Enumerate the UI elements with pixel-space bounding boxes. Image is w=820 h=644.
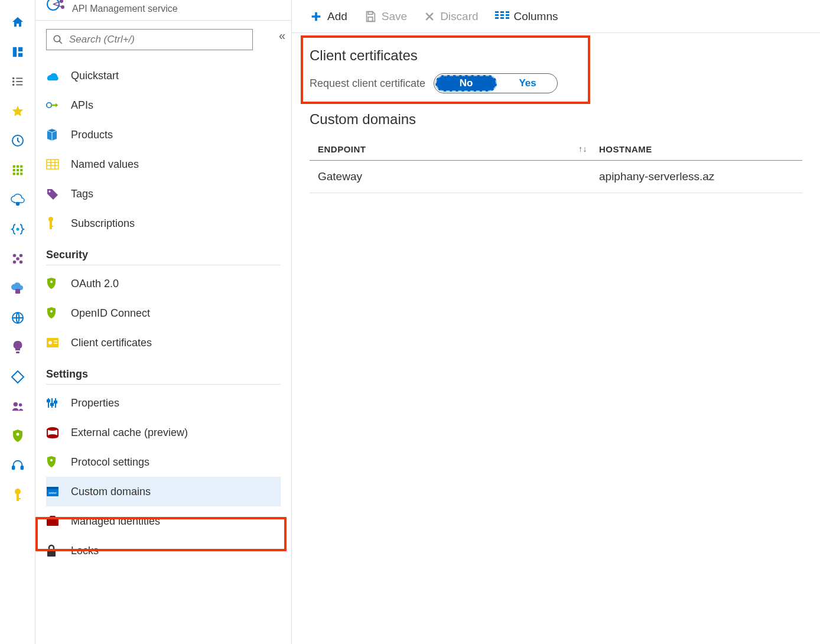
svg-point-23 xyxy=(12,261,16,264)
nav-subscriptions[interactable]: Subscriptions xyxy=(46,209,281,238)
nav-named-values[interactable]: Named values xyxy=(46,149,281,179)
nav-products[interactable]: Products xyxy=(46,120,281,149)
lock-icon xyxy=(46,544,71,557)
nav-openid[interactable]: OpenID Connect xyxy=(46,298,281,328)
clock-icon[interactable] xyxy=(9,132,26,149)
save-button[interactable]: Save xyxy=(364,10,407,23)
lightbulb-icon[interactable] xyxy=(9,339,26,356)
nav-item-label: APIs xyxy=(71,99,93,112)
svg-point-34 xyxy=(15,489,21,495)
svg-rect-71 xyxy=(506,11,509,13)
svg-rect-64 xyxy=(368,17,372,21)
diamond-icon[interactable] xyxy=(9,369,26,385)
cell-hostname: apiphany-serverless.az xyxy=(593,170,802,183)
shield-green-icon[interactable] xyxy=(9,428,26,444)
headset-icon[interactable] xyxy=(9,457,26,474)
svg-rect-2 xyxy=(18,53,22,57)
nav-locks[interactable]: Locks xyxy=(46,536,281,565)
svg-rect-63 xyxy=(368,11,372,14)
svg-point-56 xyxy=(50,459,53,461)
nav-panel: API Management service « Quickstart APIs… xyxy=(35,0,292,644)
globe-icon[interactable] xyxy=(9,310,26,326)
search-input[interactable] xyxy=(69,34,246,45)
svg-rect-26 xyxy=(15,289,20,294)
nav-apis[interactable]: APIs xyxy=(46,90,281,120)
svg-rect-70 xyxy=(500,17,504,19)
list-icon[interactable] xyxy=(9,73,26,90)
svg-rect-11 xyxy=(16,165,18,168)
svg-rect-18 xyxy=(20,173,22,175)
nav-quickstart[interactable]: Quickstart xyxy=(46,61,281,90)
toggle-yes[interactable]: Yes xyxy=(498,74,557,93)
upload-cloud-icon[interactable] xyxy=(9,280,26,297)
cloud-icon[interactable] xyxy=(9,191,26,208)
svg-rect-52 xyxy=(51,404,53,405)
nav-item-label: Named values xyxy=(71,158,139,171)
col-hostname[interactable]: HOSTNAME xyxy=(593,144,802,154)
svg-rect-67 xyxy=(495,17,499,19)
nav-tags[interactable]: Tags xyxy=(46,179,281,209)
svg-rect-12 xyxy=(20,165,22,168)
nav-client-certs[interactable]: Client certificates xyxy=(46,328,281,357)
shield-icon xyxy=(46,277,71,290)
svg-rect-10 xyxy=(12,165,15,168)
nav-oauth[interactable]: OAuth 2.0 xyxy=(46,269,281,298)
svg-rect-32 xyxy=(12,466,14,470)
apim-logo-icon xyxy=(46,0,67,15)
sliders-icon xyxy=(46,397,71,409)
columns-button[interactable]: Columns xyxy=(495,10,558,23)
plus-icon xyxy=(310,10,323,23)
add-button[interactable]: Add xyxy=(310,10,347,23)
domain-icon: www xyxy=(46,486,71,497)
svg-rect-6 xyxy=(16,81,22,82)
nav-protocol-settings[interactable]: Protocol settings xyxy=(46,447,281,477)
grid-icon[interactable] xyxy=(9,162,26,178)
home-icon[interactable] xyxy=(9,14,26,31)
shield-icon xyxy=(46,307,71,320)
nav-properties[interactable]: Properties xyxy=(46,388,281,418)
key-icon[interactable] xyxy=(9,487,26,503)
x-icon xyxy=(424,11,435,22)
nav-search[interactable] xyxy=(46,29,253,50)
nav-item-label: Subscriptions xyxy=(71,217,135,230)
svg-point-20 xyxy=(16,228,19,231)
certificate-icon xyxy=(46,337,71,348)
svg-rect-42 xyxy=(47,160,58,169)
star-icon[interactable] xyxy=(9,103,26,119)
people-icon[interactable] xyxy=(9,398,26,415)
service-header: API Management service xyxy=(35,0,291,21)
sort-icon[interactable]: ↑↓ xyxy=(578,144,587,154)
toolbar-label: Discard xyxy=(440,10,478,23)
key-yellow-icon xyxy=(46,216,71,230)
svg-point-7 xyxy=(12,84,14,86)
nav-item-label: Quickstart xyxy=(71,70,119,82)
svg-point-41 xyxy=(47,103,51,108)
discard-button[interactable]: Discard xyxy=(424,10,478,23)
cluster-icon[interactable] xyxy=(9,251,26,267)
col-endpoint[interactable]: ENDPOINT ↑↓ xyxy=(310,144,593,154)
table-row[interactable]: Gateway apiphany-serverless.az xyxy=(310,161,802,193)
toolbar: Add Save Discard Columns xyxy=(292,0,820,33)
save-icon xyxy=(364,10,377,23)
svg-point-55 xyxy=(47,434,58,438)
toggle-no[interactable]: No xyxy=(435,75,497,92)
nav-managed-identities[interactable]: Managed identities xyxy=(46,506,281,536)
svg-rect-16 xyxy=(12,173,15,175)
collapse-nav-icon[interactable]: « xyxy=(279,29,285,43)
nav-item-label: Tags xyxy=(71,188,93,200)
nav-external-cache[interactable]: External cache (preview) xyxy=(46,418,281,447)
request-cert-toggle[interactable]: No Yes xyxy=(434,73,558,93)
nav-item-label: Products xyxy=(71,129,113,141)
dashboard-icon[interactable] xyxy=(9,44,26,60)
columns-icon xyxy=(495,11,509,22)
svg-rect-36 xyxy=(17,498,21,499)
svg-rect-58 xyxy=(47,487,58,489)
toolbar-label: Add xyxy=(327,10,347,23)
svg-point-29 xyxy=(13,402,17,406)
apis-icon xyxy=(46,100,71,110)
table-icon xyxy=(46,159,71,170)
custom-domains-heading: Custom domains xyxy=(310,111,802,128)
braces-icon[interactable] xyxy=(9,221,26,238)
nav-custom-domains[interactable]: www Custom domains xyxy=(46,477,281,506)
nav-item-label: Client certificates xyxy=(71,337,152,349)
